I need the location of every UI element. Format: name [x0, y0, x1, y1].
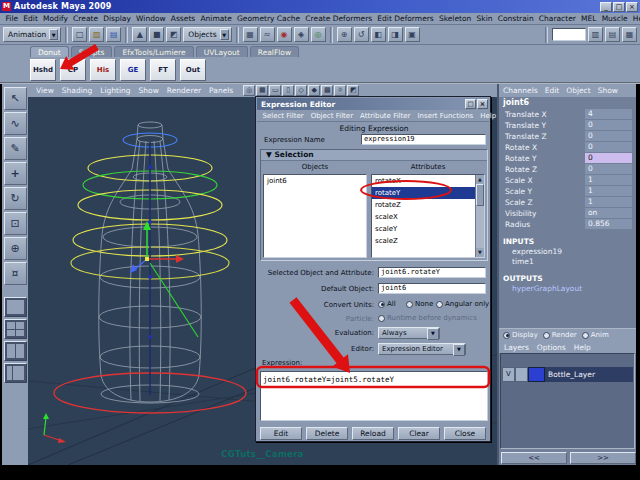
panel-menu-renderer[interactable]: Renderer: [163, 86, 205, 95]
shelf-tab-scripts[interactable]: Scripts: [71, 46, 113, 57]
default-object-field[interactable]: joint6: [378, 283, 486, 294]
reload-button[interactable]: Reload: [352, 427, 394, 440]
menuset-selector[interactable]: Animation ▼: [3, 27, 61, 42]
menu-item-edit-deformers[interactable]: Edit Deformers: [375, 14, 437, 23]
channel-box-toggle-icon[interactable]: ▦: [622, 27, 637, 42]
attributes-list[interactable]: rotateX rotateY rotateZ scaleX scaleY sc…: [371, 174, 485, 258]
channel-value[interactable]: 0: [585, 131, 632, 141]
menu-item-constrain[interactable]: Constrain: [495, 14, 536, 23]
output-node-hypergraph-layout[interactable]: hyperGraphLayout: [499, 284, 636, 294]
wireframe-shading-icon[interactable]: ◇: [295, 85, 307, 96]
ee-menu-object-filter[interactable]: Object Filter: [307, 112, 356, 120]
channel-value[interactable]: 0: [585, 142, 632, 152]
menu-item-file[interactable]: File: [3, 14, 21, 23]
grid-toggle-icon[interactable]: ▦: [256, 85, 268, 96]
camera-select-icon[interactable]: ◎: [243, 85, 255, 96]
select-hierarchy-icon[interactable]: ▲: [132, 27, 147, 42]
input-node-expression[interactable]: expression19: [499, 247, 636, 257]
menu-item-skin[interactable]: Skin: [474, 14, 495, 23]
attributes-scrollbar[interactable]: ▲ ▼: [475, 175, 484, 257]
layer-row[interactable]: V Bottle_Layer: [502, 367, 633, 382]
channel-value[interactable]: 1: [585, 175, 632, 185]
attributes-list-item[interactable]: rotateZ: [372, 199, 475, 211]
delete-button[interactable]: Delete: [306, 427, 348, 440]
edit-button[interactable]: Edit: [260, 427, 302, 440]
rotate-tool-icon[interactable]: ↻: [4, 187, 27, 210]
attributes-list-item[interactable]: scaleY: [372, 223, 475, 235]
scale-tool-icon[interactable]: ⊡: [4, 212, 27, 235]
menu-item-modify[interactable]: Modify: [40, 14, 70, 23]
convert-units-all-radio[interactable]: All: [378, 300, 396, 308]
attributes-list-item[interactable]: scaleZ: [372, 235, 475, 247]
layout-persp-outliner-button[interactable]: [4, 363, 27, 383]
scroll-down-icon[interactable]: ▼: [476, 248, 484, 257]
select-tool-icon[interactable]: ↖: [4, 87, 27, 110]
panel-menu-view[interactable]: View: [32, 86, 58, 95]
menu-item-character[interactable]: Character: [536, 14, 578, 23]
isolate-select-icon[interactable]: ◩: [347, 85, 359, 96]
selection-group-header[interactable]: ▼ Selection: [261, 150, 487, 161]
layer-menu-options[interactable]: Options: [537, 343, 566, 352]
evaluation-dropdown[interactable]: Always: [378, 327, 440, 339]
menu-item-geometry-cache[interactable]: Geometry Cache: [234, 14, 302, 23]
menu-item-assets[interactable]: Assets: [168, 14, 198, 23]
channel-menu-channels[interactable]: Channels: [503, 86, 538, 95]
layer-visibility-toggle[interactable]: V: [502, 367, 515, 382]
universal-manipulator-icon[interactable]: ⊕: [4, 237, 27, 260]
panel-menu-shading[interactable]: Shading: [58, 86, 96, 95]
film-gate-icon[interactable]: ▭: [269, 85, 281, 96]
render-frame-icon[interactable]: ◧: [371, 27, 386, 42]
channel-value-highlighted[interactable]: 0: [585, 153, 632, 163]
new-scene-icon[interactable]: □: [72, 27, 87, 42]
shelf-button-ge[interactable]: GE: [120, 59, 146, 81]
minimize-button[interactable]: _: [600, 2, 612, 12]
smooth-shading-icon[interactable]: ◆: [308, 85, 320, 96]
snap-view-plane-icon[interactable]: ◈: [294, 27, 309, 42]
attributes-list-item-selected[interactable]: rotateY: [372, 187, 475, 199]
channel-value[interactable]: 0.856: [585, 219, 632, 229]
channel-value[interactable]: 1: [585, 197, 632, 207]
shelf-tab-uvlayout[interactable]: UVLayout: [196, 46, 248, 57]
convert-units-angular-radio[interactable]: Angular only: [436, 300, 489, 308]
layer-menu-layers[interactable]: Layers: [504, 343, 529, 352]
select-component-icon[interactable]: ◩: [166, 27, 181, 42]
quick-selection-field[interactable]: [552, 28, 586, 41]
layout-four-pane-button[interactable]: [4, 319, 27, 339]
shelf-button-hshd[interactable]: Hshd: [30, 59, 56, 81]
layout-two-pane-button[interactable]: [4, 341, 27, 361]
ee-menu-attribute-filter[interactable]: Attribute Filter: [357, 112, 414, 120]
expression-editor-titlebar[interactable]: Expression Editor □ ×: [257, 98, 489, 110]
shelf-button-ft[interactable]: FT: [150, 59, 176, 81]
save-scene-icon[interactable]: ▤: [106, 27, 121, 42]
maximize-button[interactable]: □: [613, 2, 625, 12]
layer-mode-display[interactable]: Display: [503, 331, 538, 339]
channel-value[interactable]: on: [585, 208, 632, 218]
construction-history-icon[interactable]: ↺: [354, 27, 369, 42]
menu-item-animate[interactable]: Animate: [198, 14, 235, 23]
show-manipulator-icon[interactable]: ¤: [4, 262, 27, 285]
shelf-tab-donut[interactable]: Donut: [30, 46, 69, 57]
render-settings-icon[interactable]: ▣: [405, 27, 420, 42]
panel-menu-panels[interactable]: Panels: [205, 86, 237, 95]
menu-item-window[interactable]: Window: [133, 14, 168, 23]
editor-dropdown[interactable]: Expression Editor: [378, 343, 466, 355]
expression-textarea[interactable]: joint6.rotateY=joint5.rotateY: [260, 371, 488, 421]
shelf-tab-realflow[interactable]: RealFlow: [250, 46, 299, 57]
shelf-button-cp[interactable]: CP: [60, 59, 86, 81]
menu-item-create-deformers[interactable]: Create Deformers: [303, 14, 375, 23]
pane-scroll-right-button[interactable]: >>: [570, 452, 636, 464]
channel-menu-edit[interactable]: Edit: [545, 86, 560, 95]
menu-item-skeleton[interactable]: Skeleton: [436, 14, 474, 23]
snap-grid-icon[interactable]: ▦: [243, 27, 258, 42]
channel-value[interactable]: 4: [585, 109, 632, 119]
layout-single-pane-button[interactable]: [4, 297, 27, 317]
resolution-gate-icon[interactable]: ▯: [282, 85, 294, 96]
menu-item-create[interactable]: Create: [71, 14, 101, 23]
objects-list[interactable]: joint6: [263, 174, 367, 258]
layer-menu-help[interactable]: Help: [574, 343, 591, 352]
menu-item-muscle[interactable]: Muscle: [599, 14, 630, 23]
make-live-icon[interactable]: ◎: [311, 27, 326, 42]
lights-toggle-icon[interactable]: ☼: [334, 85, 346, 96]
scrollbar-thumb[interactable]: [476, 184, 484, 206]
ipr-render-icon[interactable]: ◨: [388, 27, 403, 42]
